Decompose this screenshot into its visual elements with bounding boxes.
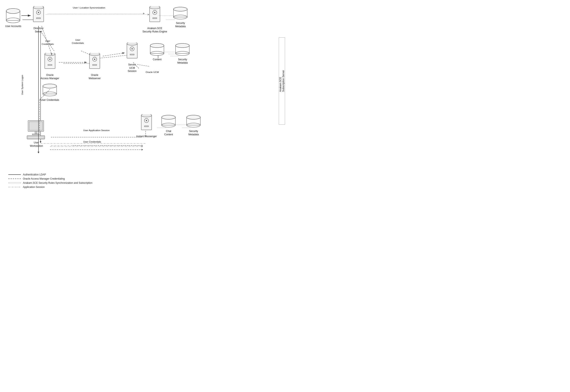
legend-line-oam xyxy=(8,179,21,179)
user-creds-oam-label: UserCredentials xyxy=(42,40,54,46)
oracle-ucm-label: Oracle UCM xyxy=(146,71,159,74)
svg-point-56 xyxy=(154,12,155,13)
legend-label-anakam: Anakam.SCE Security Rules Synchronizatio… xyxy=(23,182,92,184)
user-accounts-icon xyxy=(5,7,21,24)
legend-item-ldap: Authentication LDAP xyxy=(8,173,92,176)
legend-line-anakam xyxy=(8,183,21,183)
svg-point-63 xyxy=(127,42,137,45)
serves-ucm-icon xyxy=(124,42,140,62)
oracle-webserver-component: OracleWebserver xyxy=(86,53,103,80)
svg-point-41 xyxy=(43,84,57,88)
anakam-server-icon xyxy=(146,6,163,26)
legend-item-app-session: Application Session xyxy=(8,186,92,189)
serves-ucm-component: ServesUCMSession xyxy=(124,42,140,73)
user-credentials-below-oam-label: User Credentials xyxy=(41,98,59,102)
svg-point-29 xyxy=(33,6,44,9)
user-creds-cylinder-icon xyxy=(42,83,58,98)
svg-point-87 xyxy=(187,115,200,119)
security-metadata-ucm-icon xyxy=(175,42,190,57)
user-system-logon-label: User System Logon xyxy=(21,75,24,95)
oracle-access-manager-component: OracleAccess Manager xyxy=(41,53,59,80)
security-metadata-ucm-label: SecurityMetadata xyxy=(177,58,188,64)
security-metadata-im-component: SecurityMetadata xyxy=(186,114,201,136)
svg-rect-45 xyxy=(32,134,40,135)
security-metadata-top-label: SecurityMetadata xyxy=(175,22,186,28)
security-metadata-top-component: SecurityMetadata xyxy=(173,6,188,28)
chat-content-icon xyxy=(161,114,176,129)
user-accounts-component: User Accounts xyxy=(5,7,21,28)
directory-server-icon xyxy=(30,6,47,26)
svg-marker-104 xyxy=(142,146,143,147)
security-metadata-im-icon xyxy=(186,114,201,129)
im-server-icon xyxy=(138,114,155,134)
svg-rect-66 xyxy=(130,54,134,55)
svg-rect-37 xyxy=(48,64,52,66)
svg-rect-47 xyxy=(28,136,44,139)
security-metadata-im-label: SecurityMetadata xyxy=(188,130,199,136)
content-cylinder-component: Content xyxy=(149,42,165,61)
user-workstation-label: UserWorkstation xyxy=(30,141,43,148)
svg-point-65 xyxy=(132,48,133,49)
chat-content-label: ChatContent xyxy=(164,130,173,136)
oracle-webserver-label: OracleWebserver xyxy=(89,74,101,80)
legend-item-oam: Oracle Access Manager Credentialing xyxy=(8,177,92,180)
legend: Authentication LDAP Oracle Access Manage… xyxy=(8,173,92,190)
instant-messenger-component: Instant Messenger xyxy=(136,114,157,138)
workstation-icon xyxy=(25,120,48,140)
serves-ucm-label: ServesUCMSession xyxy=(128,63,137,73)
svg-marker-92 xyxy=(38,152,39,154)
svg-point-74 xyxy=(175,43,189,48)
chat-content-component: ChatContent xyxy=(161,114,176,136)
svg-rect-44 xyxy=(35,131,37,134)
anakam-sce-engine-label: Anakam.SCESecurity Rules Engine xyxy=(143,27,167,33)
svg-rect-32 xyxy=(36,18,41,19)
subscription-server-label: Anakam.SCESubscription Server xyxy=(279,37,285,125)
svg-point-49 xyxy=(89,53,100,56)
user-credentials-cylinder: User Credentials xyxy=(41,83,59,102)
security-metadata-ucm-component: SecurityMetadata xyxy=(175,42,190,64)
svg-point-78 xyxy=(146,120,147,121)
svg-rect-52 xyxy=(93,64,97,66)
svg-point-51 xyxy=(94,59,95,60)
legend-item-anakam: Anakam.SCE Security Rules Synchronizatio… xyxy=(8,182,92,184)
content-label: Content xyxy=(153,58,161,61)
directory-server-component: DirectoryServer xyxy=(30,6,47,33)
svg-point-27 xyxy=(6,9,20,14)
svg-point-34 xyxy=(45,53,55,56)
user-creds-ow-label: UserCredentials xyxy=(72,39,84,45)
content-cylinder-icon xyxy=(149,42,165,57)
user-location-sync-label: User \ Location Syncronization xyxy=(73,6,105,9)
svg-point-61 xyxy=(174,7,187,11)
svg-rect-79 xyxy=(144,126,148,127)
directory-server-label: DirectoryServer xyxy=(33,27,44,33)
user-workstation-component: UserWorkstation xyxy=(25,120,48,148)
svg-rect-43 xyxy=(29,122,43,130)
svg-marker-106 xyxy=(142,149,143,151)
legend-label-app-session: Application Session xyxy=(23,186,45,189)
svg-line-96 xyxy=(103,53,125,56)
user-creds-im-label: User Credentials xyxy=(83,140,101,143)
ow-server-icon xyxy=(86,53,103,73)
legend-line-ldap xyxy=(8,174,21,175)
legend-label-ldap: Authentication LDAP xyxy=(23,173,46,176)
oracle-access-manager-label: OracleAccess Manager xyxy=(41,74,59,80)
instant-messenger-label: Instant Messenger xyxy=(136,135,157,138)
svg-point-70 xyxy=(150,43,164,48)
svg-rect-57 xyxy=(153,18,157,19)
svg-point-54 xyxy=(150,6,160,9)
legend-line-app-session xyxy=(8,187,21,187)
anakam-sce-engine-component: Anakam.SCESecurity Rules Engine xyxy=(143,6,167,33)
oam-server-icon xyxy=(42,53,58,73)
svg-point-76 xyxy=(141,114,152,117)
diagram-container: User Accounts DirectoryServer User \ Loc… xyxy=(0,0,285,196)
legend-label-oam: Oracle Access Manager Credentialing xyxy=(23,177,65,180)
svg-point-36 xyxy=(49,59,51,60)
user-accounts-label: User Accounts xyxy=(5,25,21,28)
svg-point-31 xyxy=(38,12,39,13)
svg-point-83 xyxy=(162,115,175,119)
svg-marker-16 xyxy=(142,145,143,146)
user-app-session-label: User Application Session xyxy=(83,129,110,132)
security-metadata-top-icon xyxy=(173,6,188,21)
